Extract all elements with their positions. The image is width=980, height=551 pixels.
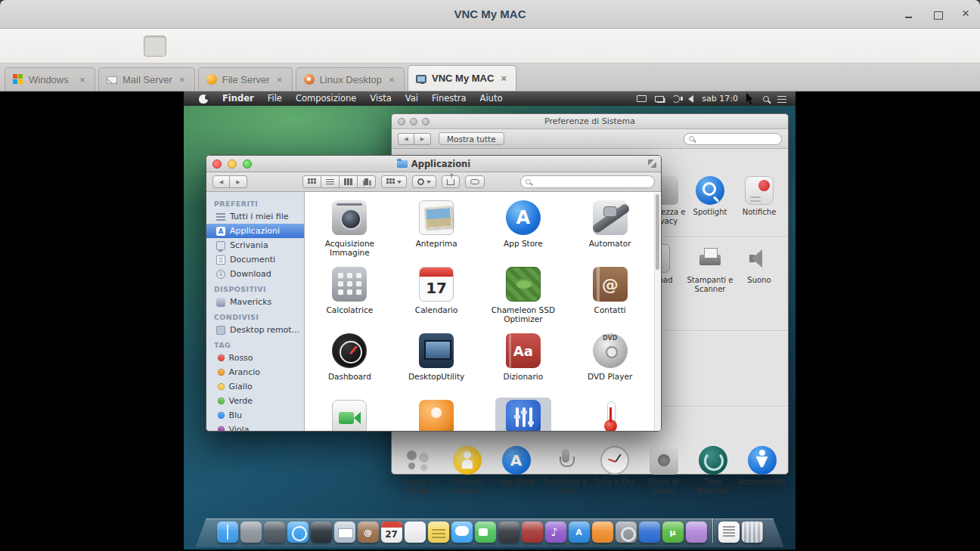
app-item[interactable] bbox=[306, 398, 393, 432]
messages-dock-icon[interactable] bbox=[451, 522, 473, 543]
pref-item[interactable]: Data e Ora bbox=[591, 446, 638, 495]
resize-icon[interactable] bbox=[243, 36, 266, 57]
action-gear-icon[interactable] bbox=[412, 175, 436, 188]
mirror-status-icon[interactable] bbox=[655, 96, 664, 102]
menu-item[interactable]: Vista bbox=[363, 91, 398, 106]
volume-status-icon[interactable] bbox=[688, 95, 693, 103]
sidebar-item[interactable]: Mavericks bbox=[206, 295, 304, 309]
maximize-button-icon[interactable] bbox=[932, 8, 944, 20]
utorrent-dock-icon[interactable]: µ bbox=[662, 522, 684, 543]
sync-status-icon[interactable] bbox=[672, 95, 680, 103]
sidebar-item[interactable]: Applicazioni bbox=[206, 224, 304, 238]
app-item[interactable]: Automator bbox=[566, 198, 653, 265]
sidebar-item[interactable]: Tutti i miei file bbox=[206, 209, 304, 224]
photobooth-dock-icon[interactable] bbox=[498, 522, 519, 543]
tab-close-icon[interactable] bbox=[178, 74, 187, 85]
close-window-icon[interactable] bbox=[212, 159, 222, 169]
screenshot-icon[interactable] bbox=[377, 36, 399, 57]
pref-item[interactable]: Utenti e Gruppi bbox=[394, 446, 442, 495]
app-item[interactable] bbox=[480, 398, 567, 432]
text-cursor-icon[interactable] bbox=[443, 36, 466, 57]
sidebar-item[interactable]: Download bbox=[206, 267, 304, 281]
facetime-dock-icon[interactable] bbox=[475, 522, 496, 543]
pref-item[interactable]: Time Machine bbox=[689, 446, 737, 495]
appstore-dock-icon[interactable]: A bbox=[569, 522, 590, 543]
itunes-dock-icon[interactable] bbox=[545, 522, 566, 543]
menu-item[interactable]: Vai bbox=[399, 91, 425, 106]
tag-icon[interactable] bbox=[465, 175, 485, 188]
textedit-dock-icon[interactable] bbox=[718, 522, 740, 543]
syspref-window-buttons[interactable] bbox=[398, 118, 430, 125]
app-item[interactable]: 17 Calendario bbox=[393, 265, 480, 331]
display-status-icon[interactable] bbox=[637, 95, 647, 102]
close-button-icon[interactable] bbox=[960, 8, 972, 20]
toolbar-separator[interactable] bbox=[343, 36, 366, 57]
menu-item[interactable]: Finestra bbox=[425, 91, 473, 106]
sidebar-tag-item[interactable]: Viola bbox=[206, 423, 304, 432]
connect-menu-chevron-icon[interactable] bbox=[77, 36, 100, 57]
back-button-icon[interactable] bbox=[212, 175, 230, 188]
notification-center-icon[interactable] bbox=[777, 95, 786, 103]
duplicate-icon[interactable] bbox=[110, 36, 133, 57]
app-item[interactable]: Chameleon SSD Optimizer bbox=[480, 265, 567, 331]
tab[interactable]: Windows bbox=[5, 67, 95, 91]
keyboard-icon[interactable] bbox=[410, 36, 433, 57]
app-item[interactable] bbox=[393, 398, 480, 432]
pref-item[interactable]: Suono bbox=[727, 244, 792, 285]
vnc-remote-screen[interactable]: FinderFileComposizioneVistaVaiFinestraAi… bbox=[0, 91, 980, 551]
tab[interactable]: Mail Server bbox=[98, 67, 195, 91]
pref-item[interactable]: Dettatura e Voce bbox=[541, 446, 589, 495]
arrange-menu-icon[interactable] bbox=[381, 175, 407, 188]
reminders-dock-icon[interactable] bbox=[405, 522, 426, 543]
pref-item[interactable]: Disco di avvio bbox=[640, 446, 687, 495]
app-item[interactable]: A App Store bbox=[480, 198, 567, 265]
spotlight-menu-icon[interactable] bbox=[763, 96, 769, 102]
tab[interactable]: Linux Desktop bbox=[296, 67, 405, 91]
tab-close-icon[interactable] bbox=[275, 74, 284, 85]
minimize-button-icon[interactable] bbox=[903, 8, 915, 20]
ibooks-dock-icon[interactable] bbox=[592, 522, 613, 543]
app-item[interactable]: DVD DVD Player bbox=[566, 331, 653, 398]
menu-item[interactable]: Aiuto bbox=[473, 91, 510, 106]
sidebar-tag-item[interactable]: Giallo bbox=[206, 379, 304, 394]
menu-item[interactable]: File bbox=[261, 91, 289, 106]
app-item[interactable]: @ Contatti bbox=[566, 265, 653, 331]
mail-dock-icon[interactable] bbox=[334, 522, 355, 543]
blueapp-dock-icon[interactable] bbox=[639, 522, 660, 543]
launchpad-dock-icon[interactable] bbox=[240, 522, 262, 543]
sidebar-tag-item[interactable]: Verde bbox=[206, 394, 304, 408]
trash-dock-icon[interactable] bbox=[742, 522, 763, 543]
tab-close-icon[interactable] bbox=[78, 74, 87, 85]
app-item[interactable] bbox=[566, 398, 653, 432]
toolbar-separator[interactable] bbox=[210, 36, 233, 57]
app-item[interactable]: Calcolatrice bbox=[306, 265, 393, 331]
pref-item[interactable]: Accessibilità bbox=[738, 446, 786, 495]
share-icon[interactable] bbox=[442, 175, 460, 188]
show-all-button[interactable]: Mostra tutte bbox=[439, 132, 504, 145]
sidebar-tag-item[interactable]: Rosso bbox=[206, 351, 304, 365]
sidebar-tag-item[interactable]: Arancio bbox=[206, 365, 304, 379]
dashboard-dock-icon[interactable] bbox=[311, 522, 332, 543]
scrollbar[interactable] bbox=[654, 193, 660, 431]
tab-close-icon[interactable] bbox=[499, 73, 508, 84]
notes-dock-icon[interactable] bbox=[428, 522, 449, 543]
scale-display-icon[interactable] bbox=[144, 36, 166, 57]
finder-search-field[interactable] bbox=[520, 175, 655, 188]
zoom-window-icon[interactable] bbox=[243, 159, 252, 169]
sidebar-item[interactable]: Scrivania bbox=[206, 238, 304, 252]
column-view-icon[interactable] bbox=[340, 175, 358, 188]
coverflow-view-icon[interactable] bbox=[358, 175, 376, 188]
safari-dock-icon[interactable] bbox=[287, 522, 309, 543]
icon-view-icon[interactable] bbox=[302, 175, 321, 188]
minimize-window-icon[interactable] bbox=[228, 159, 237, 169]
prefs-dock-icon[interactable] bbox=[616, 522, 637, 543]
list-view-icon[interactable] bbox=[321, 175, 340, 188]
app-item[interactable]: Aa Dizionario bbox=[480, 331, 567, 398]
sidebar-item[interactable]: Documenti bbox=[206, 252, 304, 267]
fullscreen-icon[interactable] bbox=[648, 159, 656, 168]
tab[interactable]: VNC My MAC bbox=[408, 65, 516, 91]
contacts-dock-icon[interactable]: @ bbox=[358, 522, 379, 543]
purpleapp-dock-icon[interactable] bbox=[686, 522, 707, 543]
scrollbar-thumb[interactable] bbox=[656, 194, 659, 270]
app-item[interactable]: DesktopUtility bbox=[393, 331, 480, 398]
